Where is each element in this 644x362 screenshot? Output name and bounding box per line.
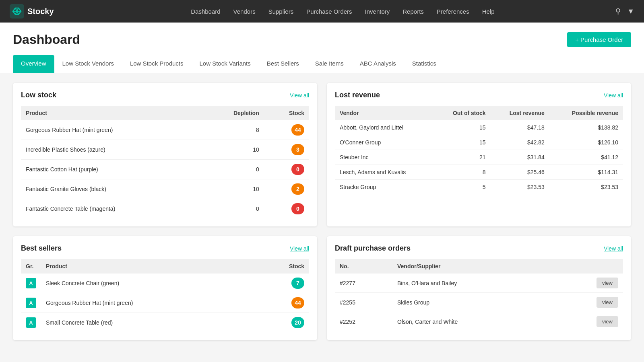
tab-best-sellers[interactable]: Best Sellers: [259, 55, 307, 73]
table-row: Stracke Group 5 $23.53 $23.53: [335, 180, 623, 195]
best-sellers-card-header: Best sellers View all: [21, 244, 309, 253]
possible-revenue-value: $41.12: [549, 150, 623, 165]
brand[interactable]: Stocky: [10, 4, 54, 19]
depletion-value: 0: [200, 199, 264, 219]
tab-abc-analysis[interactable]: ABC Analysis: [352, 55, 404, 73]
tab-low-stock-products[interactable]: Low Stock Products: [122, 55, 192, 73]
table-row: Abbott, Gaylord and Littel 15 $47.18 $13…: [335, 120, 623, 135]
stock-badge: 44: [264, 120, 309, 140]
bs-product-name: Sleek Concrete Chair (green): [41, 274, 254, 293]
nav-dashboard[interactable]: Dashboard: [191, 8, 220, 15]
col-grade: Gr.: [21, 259, 41, 274]
nav-vendors[interactable]: Vendors: [233, 8, 256, 15]
po-vendor-name: Olson, Carter and White: [392, 312, 552, 331]
search-icon[interactable]: ⚲: [615, 7, 621, 16]
out-of-stock-value: 21: [435, 150, 491, 165]
depletion-value: 0: [200, 160, 264, 179]
col-bs-product: Product: [41, 259, 254, 274]
grade-cell: A: [21, 313, 41, 333]
col-depletion: Depletion: [200, 106, 264, 120]
bs-stock-badge: 44: [254, 293, 309, 313]
best-sellers-title: Best sellers: [21, 244, 62, 253]
draft-po-view-all[interactable]: View all: [604, 245, 623, 252]
po-vendor-name: Skiles Group: [392, 293, 552, 312]
draft-po-card-header: Draft purchase orders View all: [335, 244, 623, 253]
logo-icon: [10, 4, 24, 19]
col-po-number: No.: [335, 259, 392, 274]
stock-badge: 0: [264, 160, 309, 179]
table-row: #2255 Skiles Group view: [335, 293, 623, 312]
nav-links: Dashboard Vendors Suppliers Purchase Ord…: [70, 8, 616, 15]
page-header-top: Dashboard + Purchase Order: [13, 32, 631, 47]
depletion-value: 10: [200, 140, 264, 160]
table-row: #2277 Bins, O'Hara and Bailey view: [335, 274, 623, 293]
draft-po-table: No. Vendor/Supplier #2277 Bins, O'Hara a…: [335, 259, 623, 331]
table-row: Fantastic Concrete Table (magenta) 0 0: [21, 199, 309, 219]
lost-revenue-table: Vendor Out of stock Lost revenue Possibl…: [335, 106, 623, 194]
vendor-name: Stracke Group: [335, 180, 435, 195]
draft-po-title: Draft purchase orders: [335, 244, 411, 253]
po-vendor-name: Bins, O'Hara and Bailey: [392, 274, 552, 293]
table-row: A Sleek Concrete Chair (green) 7: [21, 274, 309, 293]
view-button[interactable]: view: [597, 316, 618, 327]
table-row: Fantastic Granite Gloves (black) 10 2: [21, 179, 309, 199]
table-row: Fantastic Cotton Hat (purple) 0 0: [21, 160, 309, 179]
vendor-name: Abbott, Gaylord and Littel: [335, 120, 435, 135]
low-stock-view-all[interactable]: View all: [290, 92, 309, 99]
page-title: Dashboard: [13, 32, 80, 47]
tab-overview[interactable]: Overview: [13, 55, 54, 73]
col-possible-revenue: Possible revenue: [549, 106, 623, 120]
col-bs-stock: Stock: [254, 259, 309, 274]
table-row: A Gorgeous Rubber Hat (mint green) 44: [21, 293, 309, 313]
lost-revenue-value: $42.82: [491, 135, 549, 150]
nav-purchase-orders[interactable]: Purchase Orders: [306, 8, 352, 15]
out-of-stock-value: 15: [435, 120, 491, 135]
lost-revenue-card-header: Lost revenue View all: [335, 91, 623, 99]
lost-revenue-view-all[interactable]: View all: [604, 92, 623, 99]
bs-stock-badge: 7: [254, 274, 309, 293]
depletion-value: 8: [200, 120, 264, 140]
view-button[interactable]: view: [597, 297, 618, 308]
best-sellers-header-row: Gr. Product Stock: [21, 259, 309, 274]
table-row: Steuber Inc 21 $31.84 $41.12: [335, 150, 623, 165]
draft-purchase-orders-card: Draft purchase orders View all No. Vendo…: [327, 236, 631, 340]
tab-low-stock-vendors[interactable]: Low Stock Vendors: [54, 55, 122, 73]
best-sellers-table: Gr. Product Stock A Sleek Concrete Chair…: [21, 259, 309, 332]
tab-low-stock-variants[interactable]: Low Stock Variants: [192, 55, 259, 73]
nav-help[interactable]: Help: [482, 8, 495, 15]
low-stock-header-row: Product Depletion Stock: [21, 106, 309, 120]
nav-right: ⚲ ▼: [615, 7, 634, 16]
best-sellers-view-all[interactable]: View all: [290, 245, 309, 252]
grade-cell: A: [21, 274, 41, 293]
view-button[interactable]: view: [597, 278, 618, 288]
out-of-stock-value: 5: [435, 180, 491, 195]
tab-statistics[interactable]: Statistics: [404, 55, 444, 73]
bs-stock-badge: 20: [254, 313, 309, 333]
nav-suppliers[interactable]: Suppliers: [268, 8, 294, 15]
main-content: Low stock View all Product Depletion Sto…: [0, 73, 644, 350]
stock-badge: 3: [264, 140, 309, 160]
possible-revenue-value: $114.31: [549, 165, 623, 180]
navbar: Stocky Dashboard Vendors Suppliers Purch…: [0, 0, 644, 23]
out-of-stock-value: 15: [435, 135, 491, 150]
caret-icon[interactable]: ▼: [627, 7, 634, 16]
possible-revenue-value: $23.53: [549, 180, 623, 195]
product-name: Gorgeous Rubber Hat (mint green): [21, 120, 200, 140]
col-lost-revenue: Lost revenue: [491, 106, 549, 120]
col-po-vendor: Vendor/Supplier: [392, 259, 552, 274]
lost-revenue-header-row: Vendor Out of stock Lost revenue Possibl…: [335, 106, 623, 120]
purchase-order-button[interactable]: + Purchase Order: [567, 32, 631, 47]
lost-revenue-title: Lost revenue: [335, 91, 380, 99]
table-row: Incredible Plastic Shoes (azure) 10 3: [21, 140, 309, 160]
product-name: Fantastic Concrete Table (magenta): [21, 199, 200, 219]
possible-revenue-value: $126.10: [549, 135, 623, 150]
nav-inventory[interactable]: Inventory: [365, 8, 390, 15]
nav-reports[interactable]: Reports: [402, 8, 424, 15]
nav-preferences[interactable]: Preferences: [437, 8, 469, 15]
product-name: Fantastic Cotton Hat (purple): [21, 160, 200, 179]
col-out-of-stock: Out of stock: [435, 106, 491, 120]
draft-po-header-row: No. Vendor/Supplier: [335, 259, 623, 274]
bs-product-name: Small Concrete Table (red): [41, 313, 254, 333]
lost-revenue-value: $23.53: [491, 180, 549, 195]
tab-sale-items[interactable]: Sale Items: [307, 55, 352, 73]
